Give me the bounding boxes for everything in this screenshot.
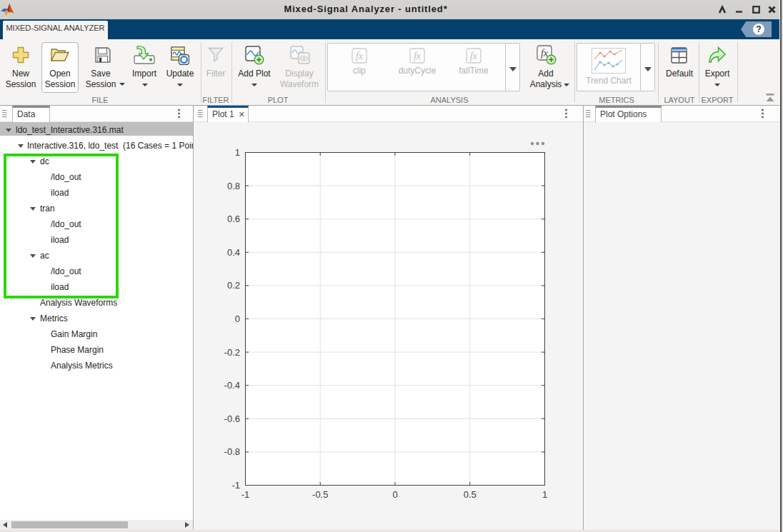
svg-text:0.8: 0.8 [227, 181, 240, 191]
svg-text:-1: -1 [231, 480, 240, 491]
svg-text:0: 0 [235, 313, 240, 324]
svg-text:fx: fx [414, 51, 422, 61]
svg-text:-0.2: -0.2 [224, 347, 240, 358]
svg-text:1: 1 [235, 147, 240, 158]
svg-text:0.2: 0.2 [227, 280, 240, 291]
svg-text:0.4: 0.4 [227, 247, 240, 258]
svg-text:-1: -1 [241, 489, 250, 500]
svg-text:fx: fx [356, 51, 364, 61]
svg-text:0.5: 0.5 [464, 489, 477, 500]
svg-text:-0.5: -0.5 [312, 489, 328, 500]
svg-text:-0.6: -0.6 [224, 413, 240, 424]
svg-text:1: 1 [542, 489, 547, 500]
svg-text:0: 0 [392, 489, 397, 500]
svg-text:-0.8: -0.8 [224, 446, 240, 457]
svg-text:-0.4: -0.4 [224, 380, 240, 391]
svg-text:0.6: 0.6 [227, 214, 240, 224]
svg-text:fx: fx [470, 51, 478, 61]
